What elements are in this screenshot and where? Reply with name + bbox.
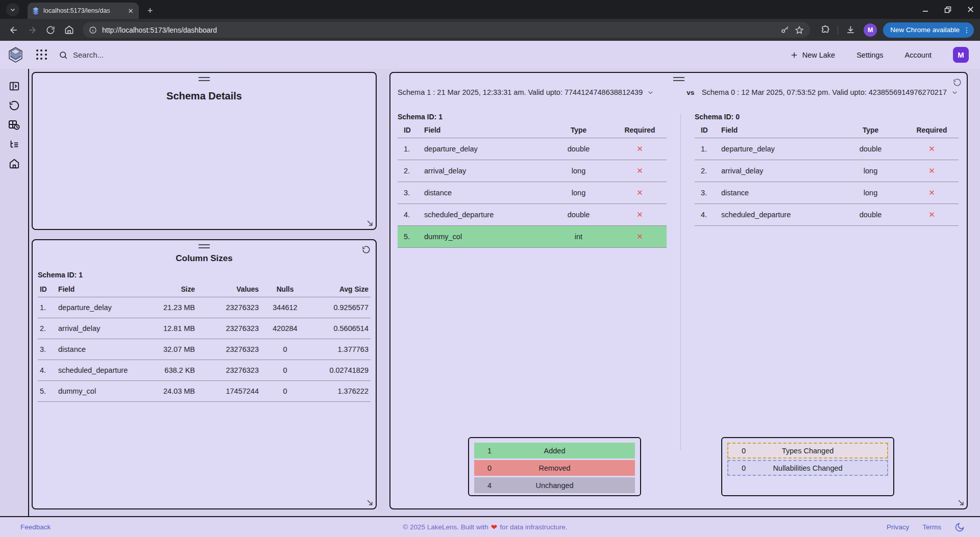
table-cell: 12.81 MB [142,318,197,339]
new-lake-label: New Lake [802,51,835,59]
privacy-link[interactable]: Privacy [887,523,909,531]
table-cell: distance [56,339,142,360]
x-icon: ✕ [636,188,643,197]
new-tab-button[interactable]: + [144,5,156,17]
table-cell: scheduled_departure [719,204,836,226]
minimize-icon[interactable] [921,5,930,14]
table-cell: 0.02741829 [309,360,371,381]
close-icon[interactable] [966,5,975,14]
summary-row-added: 1Added [474,443,635,458]
column-header: Nulls [261,282,309,297]
forward-icon[interactable] [24,22,40,38]
tab-close-icon[interactable]: ✕ [127,7,135,15]
browser-tab[interactable]: localhost:5173/lens/das ✕ [28,3,139,19]
schema-details-panel: Schema Details [32,72,377,230]
summary-row-unchanged: 4Unchanged [474,477,635,493]
panel-title: Column Sizes [33,253,376,264]
column-sizes-panel: Column Sizes Schema ID: 1 IDFieldSizeVal… [32,239,377,509]
copyright-prefix: © 2025 LakeLens. Built with [403,523,488,531]
account-button[interactable]: Account [905,51,932,59]
summary-count: 4 [487,481,492,490]
feedback-link[interactable]: Feedback [20,523,51,531]
refresh-icon[interactable] [953,78,962,87]
table-cell: 32.07 MB [142,339,197,360]
back-icon[interactable] [6,22,21,38]
table-cell: 23276323 [197,318,261,339]
table-cell: 5. [398,226,422,248]
new-lake-button[interactable]: New Lake [790,51,835,59]
search-icon [59,50,68,60]
drag-handle-icon[interactable] [199,244,210,248]
extensions-icon[interactable] [818,23,832,37]
tab-search-button[interactable] [6,3,19,16]
column-header: Avg Size [309,282,371,297]
browser-profile-avatar[interactable]: M [864,23,877,37]
table-cell: 420284 [261,318,309,339]
sidebar-toggle-icon[interactable] [8,80,20,92]
account-avatar[interactable]: M [953,47,969,63]
resize-handle-icon[interactable] [957,499,965,506]
browser-tabstrip: localhost:5173/lens/das ✕ + [0,0,980,19]
x-icon: ✕ [636,144,643,153]
table-cell: distance [719,182,836,204]
apps-grid-icon[interactable] [36,49,47,61]
table-cell: long [836,160,905,182]
table-cell: 1. [38,297,56,318]
column-divider [680,114,681,450]
resize-handle-icon[interactable] [366,219,374,227]
favicon-layers-icon [32,7,40,15]
table-cell: distance [422,182,544,204]
passwords-key-icon[interactable] [780,25,790,35]
schema-compare-panel: Schema 1 : 21 Mar 2025, 12:33:31 am. Val… [389,72,968,509]
history-rotate-icon[interactable] [8,99,20,112]
selector-label: Schema 1 : 21 Mar 2025, 12:33:31 am. Val… [398,88,643,96]
plus-icon [790,51,798,59]
home-nav-icon[interactable] [8,158,20,170]
table-cell: departure_delay [56,297,142,318]
dark-mode-moon-icon[interactable] [954,522,965,532]
table-cell: scheduled_departure [422,204,544,226]
resize-handle-icon[interactable] [366,499,374,506]
schema-0-column: Schema ID: 0 IDFieldTypeRequired 1.depar… [695,110,959,450]
table-cell: long [836,182,905,204]
drag-handle-icon[interactable] [199,77,210,81]
column-header: ID [398,123,422,138]
column-header: ID [38,282,56,297]
schema-selector-left[interactable]: Schema 1 : 21 Mar 2025, 12:33:31 am. Val… [398,88,679,96]
required-cell: ✕ [613,226,667,248]
required-cell: ✕ [905,160,959,182]
change-summary-box: 0Types Changed0Nullabilities Changed [721,437,894,496]
browser-toolbar: http://localhost:5173/lens/dashboard M N… [0,19,980,41]
address-bar[interactable]: http://localhost:5173/lens/dashboard [83,22,810,38]
url-text[interactable]: http://localhost:5173/lens/dashboard [102,26,775,34]
terms-link[interactable]: Terms [922,523,941,531]
site-info-icon[interactable] [89,26,97,34]
table-cell: 24.03 MB [142,381,197,402]
x-icon: ✕ [636,210,643,219]
tree-list-icon[interactable] [8,138,20,150]
home-icon[interactable] [61,22,77,38]
chrome-update-button[interactable]: New Chrome available ⋮ [883,22,974,38]
vs-label: vs [679,89,702,96]
tab-title: localhost:5173/lens/das [43,7,123,14]
drag-handle-icon[interactable] [673,77,684,81]
table-row: 4.scheduled_departuredouble✕ [695,204,959,226]
browser-menu-icon[interactable]: ⋮ [963,26,971,34]
bookmark-star-icon[interactable] [795,25,804,35]
schema-selector-right[interactable]: Schema 0 : 12 Mar 2025, 07:53:52 pm. Val… [702,88,959,96]
restore-icon[interactable] [943,5,952,14]
table-cell: int [544,226,613,248]
layout-schedule-icon[interactable] [8,119,20,131]
search-input[interactable] [73,50,185,59]
table-row: 4.scheduled_departuredouble✕ [398,204,667,226]
settings-button[interactable]: Settings [856,51,883,59]
reload-icon[interactable] [43,22,58,38]
refresh-icon[interactable] [362,245,371,254]
table-row: 2.arrival_delaylong✕ [695,160,959,182]
lakelens-logo-icon[interactable] [7,46,24,63]
x-icon: ✕ [928,188,935,197]
required-cell: ✕ [905,204,959,226]
table-cell: 3. [695,182,719,204]
downloads-icon[interactable] [843,23,857,37]
x-icon: ✕ [636,232,643,241]
